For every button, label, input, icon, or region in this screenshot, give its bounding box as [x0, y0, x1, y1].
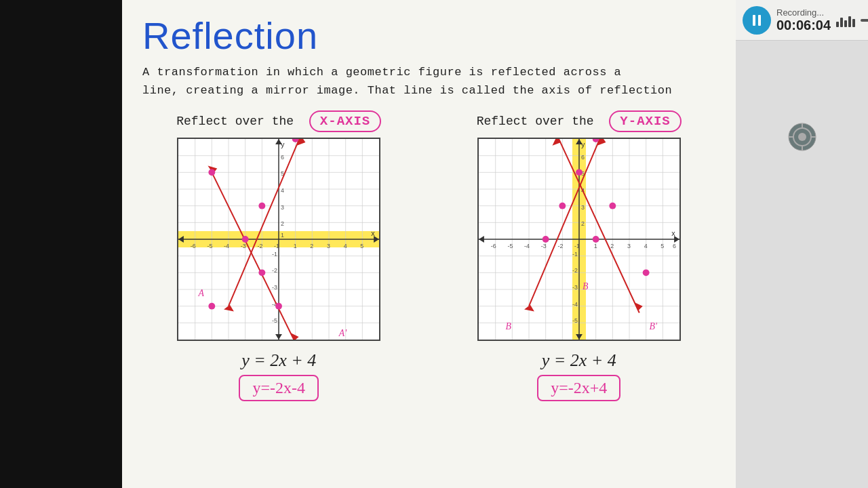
svg-text:-1: -1 [274, 243, 279, 249]
svg-text:3: 3 [281, 204, 284, 211]
svg-point-125 [609, 203, 616, 209]
x-axis-name: X-AXIS [309, 110, 381, 132]
svg-text:-3: -3 [541, 243, 547, 249]
x-axis-label-row: Reflect over the X-AXIS [176, 110, 381, 132]
recording-status: Recording... [776, 7, 831, 18]
recording-bar: Recording... 00:06:04 [736, 0, 868, 41]
svg-marker-120 [634, 302, 643, 311]
svg-text:6: 6 [673, 243, 676, 249]
svg-point-58 [259, 203, 266, 209]
svg-text:B: B [583, 281, 589, 291]
svg-marker-52 [224, 305, 234, 312]
svg-text:y: y [581, 140, 585, 148]
svg-line-118 [555, 139, 639, 313]
y-axis-name: Y-AXIS [609, 110, 681, 132]
y-axis-eq-black: y = 2x + 4 [537, 350, 620, 371]
recording-info: Recording... 00:06:04 [776, 7, 831, 33]
svg-text:-5: -5 [208, 243, 213, 249]
svg-text:x: x [371, 229, 375, 237]
graphs-row: Reflect over the X-AXIS [142, 110, 715, 401]
svg-marker-22 [178, 236, 184, 243]
svg-text:-5: -5 [272, 318, 277, 325]
volume-slider[interactable] [861, 19, 868, 22]
target-icon-wrap[interactable] [787, 122, 817, 155]
y-axis-equations: y = 2x + 4 y=-2x+4 [537, 350, 620, 401]
svg-marker-90 [576, 334, 583, 340]
svg-text:-6: -6 [491, 243, 496, 249]
svg-text:1: 1 [593, 243, 597, 249]
x-axis-eq-pink: y=-2x-4 [239, 375, 319, 401]
y-axis-graph-box: x y -6 -5 -4 -3 -2 -1 1 2 3 4 [477, 138, 681, 341]
volume-bars [836, 14, 855, 27]
vol-bar-1 [836, 22, 839, 27]
svg-text:-4: -4 [572, 301, 578, 308]
svg-point-121 [542, 236, 549, 243]
vol-bar-3 [844, 20, 847, 27]
svg-text:-2: -2 [272, 268, 277, 274]
svg-marker-25 [275, 334, 282, 340]
svg-marker-87 [479, 236, 484, 243]
svg-point-135 [798, 133, 806, 141]
pause-bar-left [753, 15, 755, 26]
svg-text:2: 2 [311, 243, 314, 249]
svg-text:-2: -2 [557, 243, 563, 249]
svg-text:4: 4 [344, 243, 347, 249]
svg-text:4: 4 [644, 243, 647, 249]
svg-point-127 [576, 169, 583, 176]
svg-text:6: 6 [581, 154, 585, 161]
pause-bar-right [758, 15, 761, 26]
svg-point-122 [559, 203, 566, 209]
y-axis-svg: x y -6 -5 -4 -3 -2 -1 1 2 3 4 [479, 139, 679, 340]
svg-text:-5: -5 [507, 243, 513, 249]
svg-text:-1: -1 [272, 251, 277, 258]
svg-text:6: 6 [281, 154, 284, 161]
x-axis-graph-wrapper: x y -6 -5 -4 -3 -2 -1 1 2 3 4 [177, 138, 380, 341]
svg-text:B': B' [649, 322, 657, 332]
svg-text:-5: -5 [572, 318, 578, 325]
svg-text:-1: -1 [574, 243, 580, 249]
svg-marker-117 [524, 305, 534, 312]
svg-point-60 [209, 169, 216, 176]
svg-text:3: 3 [581, 204, 585, 211]
pause-icon [753, 15, 761, 26]
y-axis-label-row: Reflect over the Y-AXIS [477, 110, 682, 132]
desc-line1: A transformation in which a geometric fi… [142, 66, 621, 79]
x-axis-svg: x y -6 -5 -4 -3 -2 -1 1 2 3 4 [178, 139, 379, 340]
svg-text:3: 3 [327, 243, 330, 249]
y-axis-graph-wrapper: x y -6 -5 -4 -3 -2 -1 1 2 3 4 [477, 138, 681, 341]
svg-text:4: 4 [281, 187, 284, 194]
svg-text:-4: -4 [524, 243, 530, 249]
screen-container: Reflection A transformation in which a g… [0, 0, 868, 488]
svg-point-62 [275, 303, 282, 310]
svg-text:B: B [505, 322, 511, 332]
left-black-bar [0, 0, 122, 488]
y-axis-eq-pink: y=-2x+4 [537, 375, 620, 401]
svg-text:-4: -4 [224, 243, 229, 249]
x-axis-equations: y = 2x + 4 y=-2x-4 [239, 350, 319, 401]
svg-text:-3: -3 [572, 284, 578, 291]
volume-fill [861, 19, 868, 22]
y-axis-prefix: Reflect over the [477, 115, 594, 128]
svg-text:-3: -3 [272, 284, 277, 291]
svg-text:-2: -2 [572, 268, 578, 274]
vol-bar-5 [852, 19, 855, 27]
target-svg [787, 122, 817, 152]
right-panel: Recording... 00:06:04 [736, 0, 868, 488]
svg-point-126 [642, 270, 649, 277]
x-axis-section: Reflect over the X-AXIS [142, 110, 416, 401]
svg-point-61 [259, 270, 266, 277]
x-axis-graph-box: x y -6 -5 -4 -3 -2 -1 1 2 3 4 [177, 138, 380, 341]
svg-text:A: A [198, 288, 205, 298]
svg-text:x: x [671, 229, 675, 237]
svg-text:1: 1 [294, 243, 297, 249]
description: A transformation in which a geometric fi… [142, 63, 715, 100]
svg-text:1: 1 [281, 232, 284, 239]
svg-text:-1: -1 [572, 251, 578, 258]
vol-bar-4 [848, 16, 851, 27]
pause-button[interactable] [743, 6, 771, 35]
svg-point-124 [592, 236, 599, 243]
svg-text:y: y [281, 140, 285, 148]
svg-text:-2: -2 [258, 243, 263, 249]
svg-text:5: 5 [660, 243, 664, 249]
main-content: Reflection A transformation in which a g… [122, 0, 736, 488]
